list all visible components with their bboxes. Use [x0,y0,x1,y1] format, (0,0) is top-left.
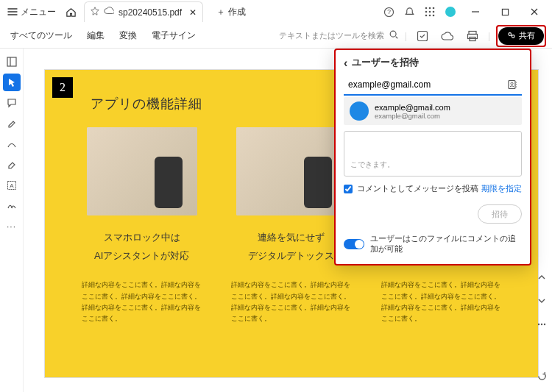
edit-button[interactable]: 編集 [82,26,109,45]
select-tool[interactable] [3,74,21,91]
share-back-button[interactable]: ‹ [344,57,347,69]
invite-message-box[interactable]: こできます。 [344,131,522,177]
svg-point-7 [433,11,435,13]
window-close[interactable] [520,0,549,24]
left-toolstrip: A ··· [0,49,24,392]
share-panel-title: ユーザーを招待 [352,57,419,69]
rotate-button[interactable] [534,368,550,384]
help-button[interactable]: ? [378,1,399,22]
set-deadline-link[interactable]: 期限を指定 [481,184,522,194]
draw-tool[interactable] [3,135,21,153]
invite-button[interactable]: 招待 [478,204,522,224]
sign-tool[interactable] [3,197,21,215]
invite-message-trailing: こできます。 [350,160,394,168]
post-as-comment-label: コメントとしてメッセージを投稿 [357,184,478,194]
search-placeholder: テキストまたはツールを検索 [279,30,384,41]
svg-point-13 [390,31,396,37]
address-book-icon[interactable] [506,78,519,91]
svg-point-25 [544,324,545,325]
svg-rect-14 [417,31,427,40]
tab-title: sp20240515.pdf [118,7,182,18]
svg-point-31 [511,82,513,85]
feature-image [87,127,197,215]
email-suggestion[interactable]: example@gmail.com example@gmail.com [344,97,522,125]
page-down-button[interactable] [534,293,550,309]
svg-point-23 [541,324,542,325]
esign-button[interactable]: 電子サイン [147,26,200,45]
main-menu-button[interactable]: メニュー [3,3,60,21]
window-maximize[interactable] [490,0,520,24]
workspace: A ··· 2 アプリの機能詳細 スマホロック中は AIアシスタントが対応 詳細… [0,49,552,392]
window-controls [461,0,549,24]
create-button[interactable]: ＋ 作成 [209,3,253,21]
allow-comments-toggle[interactable] [344,239,364,249]
plus-icon: ＋ [216,6,225,18]
avatar [350,101,369,121]
svg-point-4 [433,7,435,10]
svg-rect-12 [502,9,508,15]
svg-text:?: ? [387,8,391,15]
svg-rect-20 [7,57,16,66]
erase-tool[interactable] [3,156,21,174]
svg-point-2 [425,7,428,10]
share-button[interactable]: 共有 [498,27,544,45]
search-icon [389,29,399,42]
svg-point-24 [538,324,539,325]
window-minimize[interactable] [461,0,490,24]
create-label: 作成 [228,6,246,18]
svg-point-19 [512,35,514,38]
suggestion-name: example@gmail.com [375,103,450,112]
highlight-tool[interactable] [3,115,21,132]
feature-description: 詳細な内容をここに書く。詳細な内容をここに書く。詳細な内容をここに書く。詳細な内… [381,279,501,324]
svg-point-3 [429,7,431,10]
share-panel-header: ‹ ユーザーを招待 [344,57,522,69]
right-toolstrip [533,269,551,392]
convert-button[interactable]: 変換 [115,26,141,45]
search-field[interactable]: テキストまたはツールを検索 [279,29,399,42]
account-avatar[interactable] [440,1,461,22]
section-number-badge: 2 [52,77,73,98]
share-label: 共有 [519,30,535,41]
post-as-comment-checkbox[interactable]: コメントとしてメッセージを投稿 [344,184,478,194]
comment-tool[interactable] [3,94,21,112]
main-menu-label: メニュー [21,6,56,18]
document-tab[interactable]: sp20240515.pdf ✕ [84,1,203,22]
svg-point-6 [429,11,431,13]
page-up-button[interactable] [534,269,550,285]
post-as-comment-input[interactable] [344,185,353,193]
feature-description: 詳細な内容をここに書く。詳細な内容をここに書く。詳細な内容をここに書く。詳細な内… [82,279,202,324]
page-nav-button[interactable] [534,316,550,332]
svg-text:A: A [10,182,14,189]
all-tools-button[interactable]: すべてのツール [6,26,77,45]
svg-point-8 [425,15,428,17]
notification-button[interactable] [399,1,420,22]
feature-heading: スマホロック中は AIアシスタントが対応 [94,229,189,265]
cloud-icon [104,7,114,18]
apps-grid-button[interactable] [420,1,440,22]
star-icon[interactable] [91,7,99,18]
share-panel: ‹ ユーザーを招待 example@gmail.com example@gmai… [334,49,531,266]
svg-point-10 [433,15,435,17]
feature-image [236,127,347,215]
home-button[interactable] [60,1,81,22]
save-to-cloud-button[interactable] [438,26,457,46]
print-button[interactable] [463,26,482,46]
ai-assistant-button[interactable] [413,26,432,46]
feature-heading: 連絡を気にせず デジタルデトックス [248,229,334,265]
share-button-highlight: 共有 [496,25,546,47]
suggestion-email: example@gmail.com [375,112,450,120]
more-tools[interactable]: ··· [3,218,21,235]
text-tool[interactable]: A [3,177,21,194]
svg-point-5 [425,11,428,13]
svg-point-18 [509,32,512,35]
share-icon [507,31,516,41]
allow-comments-label: ユーザーはこのファイルにコメントの追加が可能 [370,234,522,254]
svg-point-9 [429,15,431,17]
feature-column: スマホロック中は AIアシスタントが対応 詳細な内容をここに書く。詳細な内容をこ… [82,127,202,325]
feature-description: 詳細な内容をここに書く。詳細な内容をここに書く。詳細な内容をここに書く。詳細な内… [231,279,351,324]
tab-close-button[interactable]: ✕ [186,6,199,19]
titlebar: メニュー sp20240515.pdf ✕ ＋ 作成 ? [0,0,552,24]
invite-email-input[interactable] [344,75,522,96]
panel-toggle-button[interactable] [3,53,21,71]
svg-point-11 [445,7,456,17]
